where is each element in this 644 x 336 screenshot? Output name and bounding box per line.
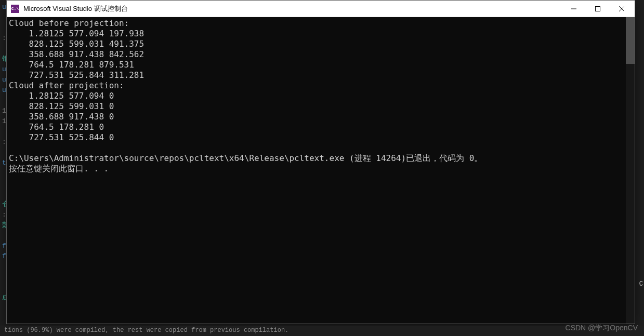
maximize-button[interactable] xyxy=(586,1,610,17)
console-output: Cloud before projection: 1.28125 577.094… xyxy=(7,17,635,175)
scrollbar-track[interactable] xyxy=(626,17,635,324)
window-controls xyxy=(562,1,634,17)
svg-rect-1 xyxy=(596,7,600,11)
title-bar[interactable]: C:\ Microsoft Visual Studio 调试控制台 xyxy=(7,1,635,17)
close-icon xyxy=(619,6,624,11)
ide-status-bar: tions (96.9%) were compiled, the rest we… xyxy=(0,326,644,336)
console-body[interactable]: Cloud before projection: 1.28125 577.094… xyxy=(7,17,635,324)
maximize-icon xyxy=(595,6,600,11)
minimize-button[interactable] xyxy=(562,1,586,17)
console-window: C:\ Microsoft Visual Studio 调试控制台 Cloud … xyxy=(6,0,635,324)
app-icon: C:\ xyxy=(11,5,19,13)
watermark: CSDN @学习OpenCV xyxy=(566,324,638,333)
window-title: Microsoft Visual Studio 调试控制台 xyxy=(23,4,562,14)
scrollbar-thumb[interactable] xyxy=(626,17,635,64)
close-button[interactable] xyxy=(610,1,634,17)
background-right-char: C xyxy=(639,280,643,288)
minimize-icon xyxy=(571,6,576,11)
